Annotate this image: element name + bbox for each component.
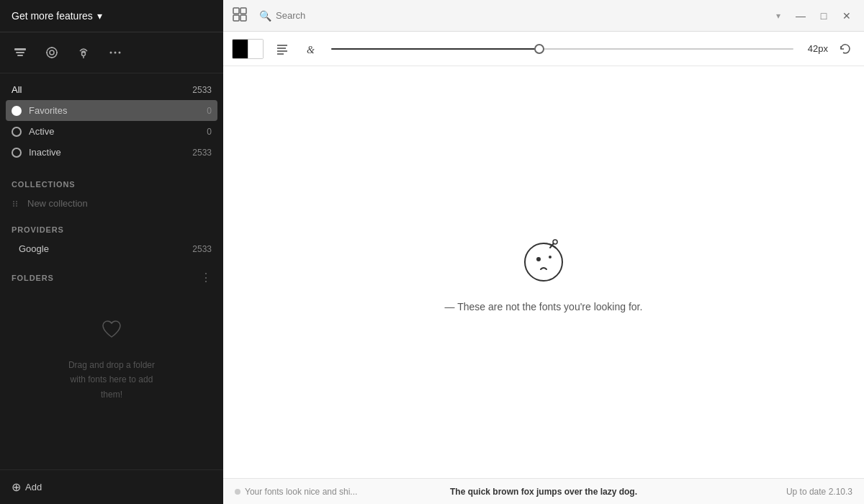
more-dots-icon bbox=[108, 45, 122, 60]
ligatures-icon: & bbox=[305, 42, 320, 56]
minimize-button[interactable]: — bbox=[792, 7, 809, 24]
text-align-button[interactable] bbox=[271, 37, 294, 60]
filter-all-count: 2533 bbox=[192, 85, 212, 95]
empty-state: — These are not the fonts you're looking… bbox=[223, 66, 864, 478]
collections-section: COLLECTIONS New collection bbox=[0, 168, 223, 214]
text-align-icon bbox=[276, 42, 289, 55]
add-button[interactable]: ⊕ Add bbox=[12, 480, 42, 494]
search-bar: 🔍 bbox=[256, 10, 770, 22]
svg-point-11 bbox=[110, 52, 112, 54]
get-more-features-button[interactable]: Get more features ▾ bbox=[0, 0, 223, 32]
add-label: Add bbox=[25, 482, 42, 492]
filter-all[interactable]: All 2533 bbox=[0, 79, 223, 100]
empty-state-icon bbox=[515, 232, 572, 289]
providers-header: PROVIDERS bbox=[0, 214, 223, 238]
folders-title: FOLDERS bbox=[12, 274, 200, 282]
svg-point-4 bbox=[50, 50, 54, 55]
empty-message: — These are not the fonts you're looking… bbox=[445, 301, 643, 312]
status-left: Your fonts look nice and shi... bbox=[235, 487, 390, 497]
svg-point-18 bbox=[16, 203, 17, 204]
heart-icon bbox=[100, 318, 123, 351]
status-dot-icon bbox=[235, 489, 240, 495]
maximize-button[interactable]: □ bbox=[815, 7, 832, 24]
radio-inactive-icon bbox=[12, 148, 22, 158]
provider-google-label: Google bbox=[19, 243, 185, 254]
filter-favorites-count: 0 bbox=[207, 106, 212, 116]
search-icon: 🔍 bbox=[259, 10, 271, 22]
filter-active-label: Active bbox=[29, 126, 199, 137]
svg-point-31 bbox=[549, 256, 552, 258]
nav-starred-icon[interactable] bbox=[37, 41, 66, 64]
status-center: The quick brown fox jumps over the lazy … bbox=[390, 487, 698, 497]
svg-point-19 bbox=[16, 205, 17, 207]
fonts-icon bbox=[13, 45, 27, 60]
preview-text: The quick brown fox jumps over the lazy … bbox=[450, 487, 637, 497]
filter-active-count: 0 bbox=[207, 127, 212, 137]
search-input[interactable] bbox=[276, 10, 768, 21]
svg-point-9 bbox=[82, 53, 86, 56]
folders-section: FOLDERS ⋮ Drag and drop a folderwith fon… bbox=[0, 259, 223, 431]
providers-section: PROVIDERS Google 2533 bbox=[0, 214, 223, 259]
sidebar-footer: ⊕ Add bbox=[0, 469, 223, 504]
status-right: Up to date 2.10.3 bbox=[698, 487, 853, 497]
filter-inactive[interactable]: Inactive 2533 bbox=[0, 142, 223, 163]
folders-drop-zone: Drag and drop a folderwith fonts here to… bbox=[0, 289, 223, 431]
ligatures-button[interactable]: & bbox=[301, 37, 324, 60]
slider-thumb[interactable] bbox=[534, 44, 544, 54]
close-button[interactable]: ✕ bbox=[838, 7, 855, 24]
font-size-slider bbox=[331, 48, 793, 50]
toolbar: & 42px bbox=[223, 32, 864, 66]
svg-rect-23 bbox=[240, 15, 246, 21]
sidebar: Get more features ▾ bbox=[0, 0, 223, 504]
folders-menu-icon[interactable]: ⋮ bbox=[200, 271, 212, 284]
svg-rect-0 bbox=[14, 48, 26, 50]
svg-point-16 bbox=[13, 205, 14, 207]
filter-inactive-label: Inactive bbox=[29, 147, 185, 158]
search-dropdown-icon[interactable]: ▾ bbox=[776, 11, 780, 21]
nav-fonts-icon[interactable] bbox=[6, 41, 35, 64]
folders-drop-text: Drag and drop a folderwith fonts here to… bbox=[68, 358, 155, 402]
reset-button[interactable] bbox=[835, 39, 855, 59]
svg-point-3 bbox=[47, 48, 57, 58]
filter-section: All 2533 Favorites 0 Active 0 Inactive 2… bbox=[0, 73, 223, 168]
add-circle-icon: ⊕ bbox=[12, 480, 21, 494]
color-white bbox=[248, 40, 264, 58]
starred-icon bbox=[45, 45, 59, 60]
titlebar: 🔍 ▾ — □ ✕ bbox=[223, 0, 864, 32]
filter-favorites[interactable]: Favorites 0 bbox=[6, 100, 217, 121]
chevron-down-icon: ▾ bbox=[97, 10, 102, 22]
app-icon bbox=[232, 6, 248, 25]
dots-drag-icon bbox=[12, 199, 20, 208]
filter-active[interactable]: Active 0 bbox=[0, 121, 223, 142]
collections-header: COLLECTIONS bbox=[0, 168, 223, 193]
new-collection-button[interactable]: New collection bbox=[0, 193, 223, 214]
svg-point-12 bbox=[114, 52, 117, 54]
nav-broadcast-icon[interactable] bbox=[69, 41, 98, 64]
filter-inactive-count: 2533 bbox=[192, 148, 212, 158]
get-more-features-label: Get more features bbox=[12, 10, 93, 22]
status-bar: Your fonts look nice and shi... The quic… bbox=[223, 478, 864, 504]
color-black bbox=[233, 40, 248, 58]
radio-active-icon bbox=[12, 127, 22, 137]
status-left-text: Your fonts look nice and shi... bbox=[245, 487, 357, 497]
filter-all-label: All bbox=[12, 84, 185, 95]
svg-point-33 bbox=[553, 240, 557, 244]
svg-point-30 bbox=[536, 257, 541, 261]
slider-track[interactable] bbox=[331, 48, 793, 50]
nav-more-dots-icon[interactable] bbox=[101, 41, 130, 64]
slider-fill bbox=[331, 48, 539, 50]
color-preview-button[interactable] bbox=[232, 39, 264, 59]
version-text: Up to date 2.10.3 bbox=[786, 487, 852, 497]
font-size-value: 42px bbox=[801, 43, 828, 54]
broadcast-icon bbox=[76, 45, 91, 60]
reset-icon bbox=[839, 42, 852, 55]
svg-rect-22 bbox=[233, 15, 239, 21]
svg-rect-20 bbox=[233, 8, 239, 14]
sidebar-nav bbox=[0, 32, 223, 73]
new-collection-label: New collection bbox=[27, 198, 88, 209]
svg-point-29 bbox=[525, 243, 562, 281]
provider-google[interactable]: Google 2533 bbox=[0, 238, 223, 259]
svg-text:&: & bbox=[307, 45, 315, 55]
window-controls: — □ ✕ bbox=[792, 7, 855, 24]
svg-point-14 bbox=[13, 201, 14, 202]
